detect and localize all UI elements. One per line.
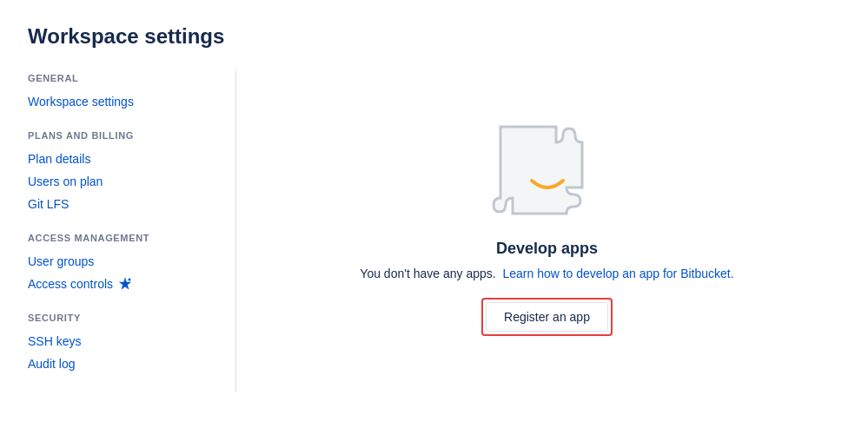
- page-container: Workspace settings GENERALWorkspace sett…: [0, 0, 868, 392]
- sidebar-item-user-groups[interactable]: User groups: [28, 250, 215, 273]
- sidebar-section-label: SECURITY: [28, 313, 215, 323]
- sidebar-section-label: ACCESS MANAGEMENT: [28, 233, 215, 243]
- register-btn-highlight: Register an app: [481, 298, 613, 336]
- sidebar-section: GENERALWorkspace settings: [28, 73, 215, 113]
- sidebar-item-git-lfs[interactable]: Git LFS: [28, 193, 215, 215]
- sidebar-item-label: Workspace settings: [28, 95, 134, 109]
- sidebar-item-workspace-settings[interactable]: Workspace settings: [28, 90, 215, 113]
- description-prefix: You don't have any apps.: [360, 267, 495, 280]
- sidebar-item-ssh-keys[interactable]: SSH keys: [28, 330, 215, 352]
- sidebar-item-label: Git LFS: [28, 197, 69, 211]
- sidebar-item-label: Access controls: [28, 277, 113, 291]
- develop-apps-heading: Develop apps: [496, 240, 598, 258]
- sidebar-section: SECURITYSSH keysAudit log: [28, 313, 215, 375]
- sidebar-section-label: PLANS AND BILLING: [28, 130, 215, 141]
- sidebar-item-users-on-plan[interactable]: Users on plan: [28, 170, 215, 193]
- develop-apps-description: You don't have any apps. Learn how to de…: [360, 267, 733, 280]
- sidebar-section-label: GENERAL: [28, 73, 215, 83]
- sidebar-item-access-controls[interactable]: Access controls: [28, 273, 215, 295]
- svg-point-0: [129, 279, 131, 281]
- sidebar-item-label: Plan details: [28, 152, 90, 166]
- register-app-button[interactable]: Register an app: [486, 302, 608, 332]
- page-title: Workspace settings: [28, 24, 840, 49]
- puzzle-illustration: [487, 109, 608, 222]
- main-content: Develop apps You don't have any apps. Le…: [236, 69, 840, 392]
- sidebar-item-label: Audit log: [28, 357, 75, 371]
- sidebar-item-label: User groups: [28, 254, 94, 268]
- sidebar-section: ACCESS MANAGEMENTUser groupsAccess contr…: [28, 233, 215, 295]
- content-area: GENERALWorkspace settingsPLANS AND BILLI…: [28, 69, 840, 392]
- learn-how-link[interactable]: Learn how to develop an app for Bitbucke…: [502, 267, 733, 280]
- sidebar-item-plan-details[interactable]: Plan details: [28, 148, 215, 170]
- sidebar-item-label: Users on plan: [28, 175, 103, 188]
- sidebar-item-label: SSH keys: [28, 334, 81, 348]
- sidebar-item-audit-log[interactable]: Audit log: [28, 352, 215, 375]
- sidebar: GENERALWorkspace settingsPLANS AND BILLI…: [28, 69, 236, 392]
- spark-icon: [118, 277, 132, 291]
- sidebar-section: PLANS AND BILLINGPlan detailsUsers on pl…: [28, 130, 215, 215]
